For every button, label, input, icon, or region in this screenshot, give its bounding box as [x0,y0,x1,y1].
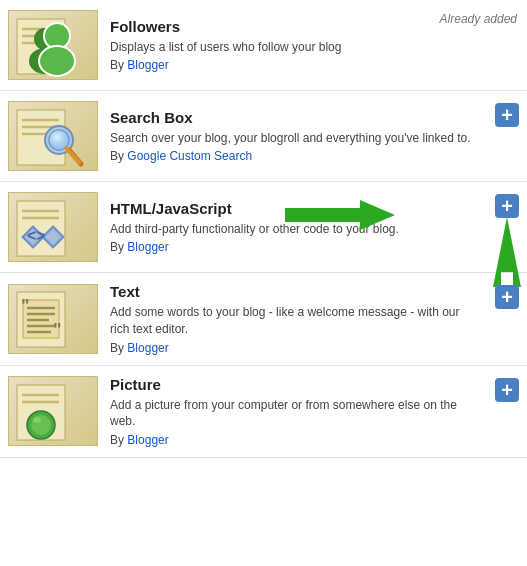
widget-desc-followers: Displays a list of users who follow your… [110,39,477,56]
widget-by-html: By Blogger [110,240,467,254]
widget-info-picture: Picture Add a picture from your computer… [110,376,517,448]
svg-point-38 [31,415,51,435]
add-button-picture[interactable]: + [495,378,519,402]
add-button-search[interactable]: + [495,103,519,127]
widget-info-text: Text Add some words to your blog - like … [110,283,517,355]
widget-info-search: Search Box Search over your blog, your b… [110,109,517,164]
svg-text:": " [21,296,30,316]
html-thumbnail-svg: <> [13,195,93,260]
already-added-badge: Already added [440,12,517,26]
svg-point-7 [39,46,75,76]
widget-thumb-followers [8,10,98,80]
widget-title-search: Search Box [110,109,477,126]
widget-desc-text: Add some words to your blog - like a wel… [110,304,477,338]
widget-desc-picture: Add a picture from your computer or from… [110,397,477,431]
svg-text:": " [53,320,62,340]
widget-title-text: Text [110,283,477,300]
widget-thumb-picture [8,376,98,446]
widget-by-link-picture[interactable]: Blogger [127,433,168,447]
widget-item-picture: Picture Add a picture from your computer… [0,366,527,459]
svg-line-16 [66,148,79,162]
svg-point-39 [33,417,41,423]
widget-by-search: By Google Custom Search [110,149,477,163]
widget-item-text: " " Text Add some words to your blog - l… [0,273,527,366]
widget-by-link-text[interactable]: Blogger [127,341,168,355]
svg-text:<>: <> [27,227,46,244]
widget-by-picture: By Blogger [110,433,477,447]
widget-title-html: HTML/JavaScript [110,200,232,217]
widget-by-link-html[interactable]: Blogger [127,240,168,254]
search-thumbnail-svg [13,104,93,169]
widget-thumb-search [8,101,98,171]
widget-info-html: HTML/JavaScript Add third-party function… [110,200,517,255]
widget-list: Followers Displays a list of users who f… [0,0,527,458]
widget-item-search-box: Search Box Search over your blog, your b… [0,91,527,182]
followers-thumbnail-svg [13,13,93,78]
widget-item-followers: Followers Displays a list of users who f… [0,0,527,91]
widget-by-followers: By Blogger [110,58,477,72]
add-button-html[interactable]: + [495,194,519,218]
widget-item-html-javascript: <> HTML/JavaScript Add third-party funct… [0,182,527,273]
add-button-text[interactable]: + [495,285,519,309]
widget-thumb-html: <> [8,192,98,262]
widget-desc-html: Add third-party functionality or other c… [110,221,467,238]
widget-by-link-search[interactable]: Google Custom Search [127,149,252,163]
widget-by-link-followers[interactable]: Blogger [127,58,168,72]
picture-thumbnail-svg [13,379,93,444]
widget-title-followers: Followers [110,18,477,35]
widget-thumb-text: " " [8,284,98,354]
widget-title-picture: Picture [110,376,477,393]
widget-desc-search: Search over your blog, your blogroll and… [110,130,477,147]
text-thumbnail-svg: " " [13,286,93,351]
widget-by-text: By Blogger [110,341,477,355]
